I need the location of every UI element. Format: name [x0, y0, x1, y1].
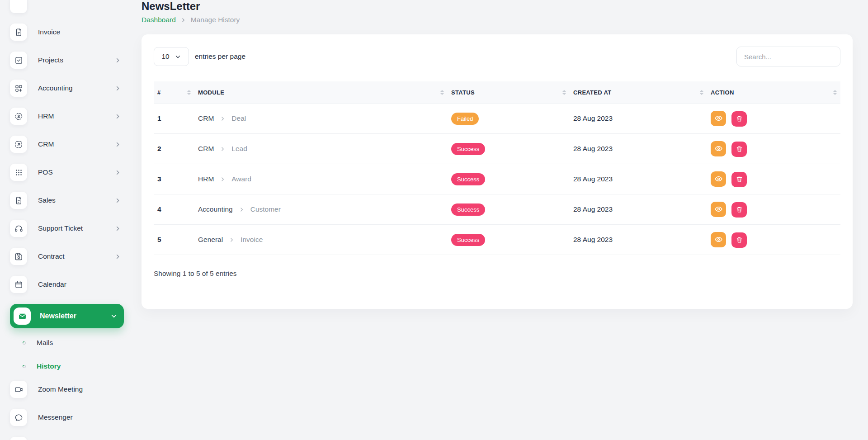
bullet-icon [22, 341, 27, 345]
chevron-right-icon [114, 113, 121, 120]
sidebar-item-label: Accounting [38, 84, 73, 92]
module-name: HRM [198, 175, 214, 183]
zoom-meeting-icon [10, 381, 27, 398]
breadcrumb-current: Manage History [191, 16, 240, 24]
page-title: NewsLetter [142, 0, 853, 13]
trash-icon [736, 115, 743, 123]
module-cell: CRMLead [198, 145, 444, 153]
sidebar-item-projects[interactable]: Projects [10, 52, 125, 69]
column-header-label: CREATED AT [573, 89, 611, 96]
sales-icon [10, 192, 27, 209]
submodule-name: Award [231, 175, 251, 183]
table-row: 2CRMLeadSuccess28 Aug 2023 [154, 134, 840, 164]
sidebar-item-label: HRM [38, 112, 54, 120]
column-header-label: MODULE [198, 89, 224, 96]
status-badge: Success [451, 203, 485, 216]
trash-icon [736, 145, 743, 153]
search-input[interactable] [736, 47, 840, 66]
row-index: 5 [154, 225, 194, 255]
submodule-name: Customer [250, 205, 281, 213]
module-cell: CRMDeal [198, 114, 444, 123]
sidebar-item-messenger[interactable]: Messenger [10, 409, 125, 426]
sidebar-subitem-history[interactable]: History [22, 357, 125, 375]
entries-select-value: 10 [161, 52, 169, 61]
eye-icon [714, 175, 723, 183]
delete-button[interactable] [731, 142, 747, 157]
sidebar-subitem-mails[interactable]: Mails [22, 334, 125, 352]
created-at-cell: 28 Aug 2023 [570, 104, 707, 134]
crm-icon [10, 136, 27, 153]
chevron-right-icon [220, 116, 226, 122]
sidebar-item-label: Newsletter [40, 312, 76, 320]
delete-button[interactable] [731, 111, 747, 127]
trash-icon [736, 175, 743, 183]
view-button[interactable] [711, 171, 726, 187]
sort-icon [440, 90, 444, 95]
sidebar-item-invoice[interactable]: Invoice [10, 24, 125, 41]
status-badge: Success [451, 173, 485, 185]
submodule-name: Lead [231, 145, 247, 153]
delete-button[interactable] [731, 232, 747, 248]
sidebar-item-crm[interactable]: CRM [10, 136, 125, 153]
column-header-status[interactable]: STATUS [448, 81, 570, 104]
eye-icon [714, 205, 723, 213]
module-cell: AccountingCustomer [198, 205, 444, 213]
row-index: 3 [154, 164, 194, 194]
entries-per-page-label: entries per page [195, 52, 245, 61]
eye-icon [714, 235, 723, 244]
sidebar-item-contract[interactable]: Contract [10, 248, 125, 265]
trash-icon [736, 206, 743, 213]
sidebar-item-label: Support Ticket [38, 224, 83, 232]
sort-icon [187, 90, 191, 95]
app-root: InvoiceProjectsAccountingHRMCRMPOSSalesS… [0, 0, 868, 440]
chevron-right-icon [229, 237, 235, 243]
column-header-label: ACTION [711, 89, 734, 96]
chevron-right-icon [114, 197, 121, 204]
view-button[interactable] [711, 141, 726, 156]
table-row: 3HRMAwardSuccess28 Aug 2023 [154, 164, 840, 194]
sidebar-item-newsletter[interactable]: Newsletter [10, 304, 124, 328]
sidebar-item-calendar[interactable]: Calendar [10, 276, 125, 293]
column-header-created-at[interactable]: CREATED AT [570, 81, 707, 104]
calendar-icon [10, 276, 27, 293]
module-name: Accounting [198, 205, 233, 213]
sidebar-item-support-ticket[interactable]: Support Ticket [10, 220, 125, 237]
breadcrumb-dashboard-link[interactable]: Dashboard [142, 16, 176, 24]
sort-icon [562, 90, 566, 95]
view-button[interactable] [711, 202, 726, 217]
created-at-cell: 28 Aug 2023 [570, 194, 707, 225]
created-at-cell: 28 Aug 2023 [570, 164, 707, 194]
support-ticket-icon [10, 220, 27, 237]
eye-icon [714, 114, 723, 123]
history-card: 10 entries per page #MODULESTATUSCREATED… [142, 34, 853, 309]
eye-icon [714, 144, 723, 153]
sidebar-item-label: POS [38, 168, 53, 176]
column-header-action[interactable]: ACTION [707, 81, 840, 104]
pos-icon [10, 164, 27, 181]
entries-per-page-select[interactable]: 10 [154, 47, 189, 66]
column-header-module[interactable]: MODULE [194, 81, 448, 104]
chevron-right-icon [220, 146, 226, 152]
trash-icon [736, 236, 743, 244]
view-button[interactable] [711, 111, 726, 126]
column-header-label: STATUS [451, 89, 475, 96]
sidebar-item-label: Invoice [38, 28, 60, 36]
column-header-index[interactable]: # [154, 81, 194, 104]
chevron-right-icon [114, 141, 121, 148]
sidebar-item-accounting[interactable]: Accounting [10, 80, 125, 97]
sidebar-item-pos[interactable]: POS [10, 164, 125, 181]
delete-button[interactable] [731, 202, 747, 218]
view-button[interactable] [711, 232, 726, 247]
chevron-right-icon [114, 253, 121, 260]
sidebar: InvoiceProjectsAccountingHRMCRMPOSSalesS… [0, 0, 132, 440]
chevron-down-icon [110, 312, 118, 320]
sidebar-item-sales[interactable]: Sales [10, 192, 125, 209]
module-name: CRM [198, 114, 214, 123]
sidebar-item-label: Calendar [38, 280, 66, 289]
sidebar-item-hrm[interactable]: HRM [10, 108, 125, 125]
bullet-icon [22, 364, 27, 369]
delete-button[interactable] [731, 172, 747, 187]
sidebar-item-zoom-meeting[interactable]: Zoom Meeting [10, 381, 125, 398]
chevron-right-icon [114, 85, 121, 92]
invoice-icon [10, 24, 27, 41]
